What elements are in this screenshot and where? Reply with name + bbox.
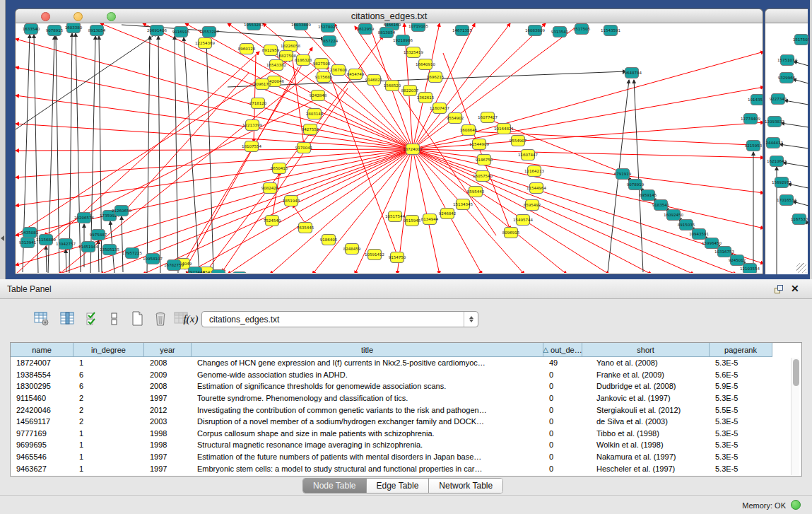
function-builder-icon[interactable]: f(x) (181, 309, 201, 329)
tab-edge-table[interactable]: Edge Table (366, 479, 429, 493)
cell-name[interactable]: 19384554 (11, 369, 73, 381)
row-selection-icon[interactable] (83, 309, 103, 329)
column-header-title[interactable]: title (192, 343, 543, 357)
cell-pagerank[interactable]: 5.9E-5 (710, 380, 772, 392)
table-row[interactable]: 969969511998Structural magnetic resonanc… (11, 439, 801, 451)
new-table-icon[interactable] (128, 309, 148, 329)
cell-in_degree[interactable]: 1 (73, 439, 144, 451)
table-row[interactable]: 1872400712008Changes of HCN gene express… (11, 357, 801, 369)
network-window-titlebar[interactable]: citations_edges.txt (15, 8, 763, 23)
cell-title[interactable]: Estimation of the future numbers of pati… (192, 451, 543, 463)
table-row[interactable]: 946362711997Embryonic stem cells: a mode… (11, 462, 801, 474)
tab-node-table[interactable]: Node Table (303, 479, 366, 493)
minimize-button[interactable] (73, 12, 83, 21)
cell-out_de[interactable]: 0 (543, 380, 582, 392)
cell-year[interactable]: 1997 (144, 451, 192, 463)
column-header-year[interactable]: year (144, 343, 192, 357)
cell-name[interactable]: 14569117 (11, 416, 73, 428)
table-row[interactable]: 1830029562008Estimation of significance … (11, 380, 801, 392)
table-row[interactable]: 977716911998Corpus callosum shape and si… (11, 428, 801, 440)
cell-year[interactable]: 2009 (144, 369, 192, 381)
tab-network-table[interactable]: Network Table (428, 479, 502, 493)
cell-name[interactable]: 9115460 (11, 392, 73, 404)
cell-year[interactable]: 2003 (144, 416, 192, 428)
table-row[interactable]: 1938455462009Genome-wide association stu… (11, 369, 801, 381)
zoom-button[interactable] (107, 12, 116, 21)
cell-short[interactable]: Wolkin et al. (1998) (582, 439, 710, 451)
cell-short[interactable]: Yano et al. (2008) (582, 357, 710, 369)
cell-pagerank[interactable]: 5.3E-5 (710, 451, 772, 463)
background-network-canvas[interactable]: 1517505157510749329966922734312093833124… (765, 23, 808, 274)
table-row[interactable]: 911546021997Tourette syndrome. Phenomeno… (11, 392, 801, 404)
cell-short[interactable]: de Silva et al. (2003) (582, 416, 710, 428)
table-row[interactable]: 2242004622012Investigating the contribut… (11, 404, 801, 416)
cell-name[interactable]: 9463627 (11, 462, 73, 474)
cell-title[interactable]: Estimation of significance thresholds fo… (192, 380, 543, 392)
cell-pagerank[interactable]: 5.3E-5 (710, 428, 772, 440)
row-height-icon[interactable] (105, 309, 124, 329)
cell-year[interactable]: 2008 (144, 357, 192, 369)
cell-short[interactable]: Jankovic et al. (1997) (582, 392, 710, 404)
column-header-pagerank[interactable]: pagerank (710, 343, 772, 357)
cell-name[interactable]: 18724007 (11, 357, 73, 369)
cell-in_degree[interactable]: 6 (73, 369, 144, 381)
close-panel-icon[interactable]: ✕ (791, 283, 799, 294)
cell-out_de[interactable]: 0 (543, 428, 582, 440)
cell-year[interactable]: 1997 (144, 462, 192, 474)
cell-out_de[interactable]: 49 (543, 357, 582, 369)
column-header-in_degree[interactable]: in_degree (73, 343, 144, 357)
cell-pagerank[interactable]: 5.3E-5 (710, 392, 772, 404)
close-button[interactable] (41, 12, 50, 21)
cell-pagerank[interactable]: 5.3E-5 (710, 357, 772, 369)
cell-in_degree[interactable]: 1 (73, 451, 144, 463)
cell-out_de[interactable]: 0 (543, 462, 582, 474)
cell-out_de[interactable]: 0 (543, 369, 582, 381)
table-scrollbar[interactable] (791, 358, 799, 475)
cell-out_de[interactable]: 0 (543, 451, 582, 463)
float-panel-icon[interactable] (775, 285, 784, 295)
cell-pagerank[interactable]: 5.3E-5 (710, 416, 772, 428)
background-window-titlebar[interactable] (765, 8, 808, 23)
cell-year[interactable]: 2012 (144, 404, 192, 416)
background-network-window[interactable]: 1517505157510749329966922734312093833124… (765, 8, 808, 274)
table-options-icon[interactable] (32, 309, 52, 329)
table-selector-dropdown[interactable]: citations_edges.txt (201, 311, 478, 327)
cell-out_de[interactable]: 0 (543, 416, 582, 428)
cell-short[interactable]: Hescheler et al. (1997) (582, 462, 710, 474)
cell-name[interactable]: 9777169 (11, 428, 73, 440)
table-row[interactable]: 1456911722003Disruption of a novel membe… (11, 416, 801, 428)
cell-title[interactable]: Disruption of a novel member of a sodium… (192, 416, 543, 428)
table-row[interactable]: 946554611997Estimation of the future num… (11, 451, 801, 463)
column-header-short[interactable]: short (582, 343, 710, 357)
cell-in_degree[interactable]: 1 (73, 428, 144, 440)
cell-short[interactable]: Tibbo et al. (1998) (582, 428, 710, 440)
cell-short[interactable]: Franke et al. (2009) (582, 369, 710, 381)
cell-year[interactable]: 1997 (144, 392, 192, 404)
cell-year[interactable]: 2008 (144, 380, 192, 392)
network-canvas[interactable]: 8960128891295918226058168275088186328165… (15, 23, 763, 274)
cell-short[interactable]: Dudbridge et al. (2008) (582, 380, 710, 392)
cell-title[interactable]: Investigating the contribution of common… (192, 404, 543, 416)
cell-name[interactable]: 9699695 (11, 439, 73, 451)
memory-status-icon[interactable] (791, 500, 801, 510)
collapse-left-arrow-icon[interactable] (1, 235, 4, 241)
cell-short[interactable]: Stergiakouli et al. (2012) (582, 404, 710, 416)
cell-in_degree[interactable]: 6 (73, 380, 144, 392)
cell-pagerank[interactable]: 5.3E-5 (710, 439, 772, 451)
cell-pagerank[interactable]: 5.6E-5 (710, 369, 772, 381)
cell-out_de[interactable]: 0 (543, 392, 582, 404)
graph-node[interactable] (233, 272, 247, 274)
cell-in_degree[interactable]: 1 (73, 462, 144, 474)
cell-title[interactable]: Embryonic stem cells: a model to study s… (192, 462, 543, 474)
cell-in_degree[interactable]: 2 (73, 404, 144, 416)
column-header-name[interactable]: name (11, 343, 73, 357)
cell-in_degree[interactable]: 2 (73, 392, 144, 404)
cell-name[interactable]: 18300295 (11, 380, 73, 392)
cell-title[interactable]: Structural magnetic resonance image aver… (192, 439, 543, 451)
cell-title[interactable]: Corpus callosum shape and size in male p… (192, 428, 543, 440)
cell-pagerank[interactable]: 5.5E-5 (710, 404, 772, 416)
cell-name[interactable]: 9465546 (11, 451, 73, 463)
cell-year[interactable]: 1998 (144, 439, 192, 451)
cell-year[interactable]: 1998 (144, 428, 192, 440)
scrollbar-thumb[interactable] (793, 359, 799, 386)
